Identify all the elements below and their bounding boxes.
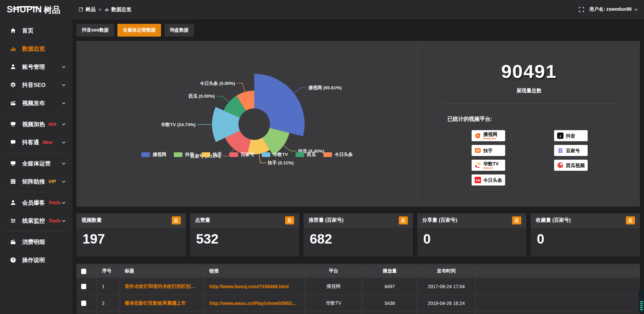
legend-item-百家号[interactable]: 百家号 xyxy=(229,152,255,158)
widget-dash xyxy=(640,303,643,304)
title-link[interactable]: 楼体投影灯投影效果震撼上市 xyxy=(125,300,186,306)
platform-logos: 播视网boosj.com快手华数TVwasu.cn头条今日头条 ♪♪♪抖音百百家… xyxy=(472,130,640,186)
pie-label: 华数TV (24.74%) xyxy=(161,122,196,127)
platform-name: 今日头条 xyxy=(483,178,502,182)
sidebar-item-matrix-boost[interactable]: 矩阵助推VIP xyxy=(0,172,72,191)
row-checkbox[interactable] xyxy=(81,301,86,306)
sidebar-item-tag: Hot xyxy=(48,121,56,127)
sidebar-item-consumption-details[interactable]: 消费明细 xyxy=(0,233,72,251)
legend-label: 播视网 xyxy=(153,152,166,158)
total-badge[interactable]: 总 xyxy=(626,216,635,224)
platform-name: 播视网 xyxy=(483,132,497,137)
platform-name: 华数TV xyxy=(483,161,499,166)
stat-card-header: 分享量 (百家号)总 xyxy=(417,213,527,227)
logo-text-cn: 树品 xyxy=(44,6,60,14)
username-label: 用户名: zswodun88 xyxy=(589,6,632,12)
tab-omnimedia-operation-data[interactable]: 全媒体运营数据 xyxy=(117,24,161,37)
sidebar-item-douketong[interactable]: 抖客通New xyxy=(0,133,72,151)
side-float-widget[interactable] xyxy=(639,291,644,313)
sidebar-item-label: 线索监控 xyxy=(22,217,45,225)
cell-time: 2018-04-26 16:24 xyxy=(418,295,475,311)
column-header-platform: 平台 xyxy=(305,265,362,277)
app-logo: SHUPIN 树品 xyxy=(0,5,72,14)
sidebar-item-operation-guide[interactable]: ?操作说明 xyxy=(0,251,72,269)
legend-item-西瓜[interactable]: 西瓜 xyxy=(296,152,316,158)
title-link[interactable]: 室外水纹灯和室内水纹灯的区别和简介 xyxy=(125,283,205,289)
fullscreen-icon[interactable] xyxy=(579,7,584,12)
summary-divider xyxy=(442,103,616,104)
stat-card-like-count: 点赞量总532 xyxy=(190,213,300,256)
videos-table-wrap: 序号标题链接平台播放量发布时间 1室外水纹灯和室内水纹灯的区别和简介http:/… xyxy=(76,264,640,314)
column-header-url: 链接 xyxy=(205,265,305,277)
legend-item-播视网[interactable]: 播视网 xyxy=(141,152,166,158)
widget-dash xyxy=(640,301,643,302)
sidebar-item-video-publish[interactable]: 视频发布 xyxy=(0,94,72,112)
stat-card-header: 收藏量 (百家号)总 xyxy=(531,213,640,227)
pie-label: 快手 (0.11%) xyxy=(267,160,293,165)
platform-name: 西瓜视频 xyxy=(566,163,585,168)
platform-badge-toutiao: 头条今日头条 xyxy=(472,174,505,186)
sidebar-item-account-management[interactable]: 账号管理 xyxy=(0,58,72,76)
baijiahao-logo: 百 xyxy=(557,147,564,154)
chevron-down-icon xyxy=(62,101,65,104)
total-badge[interactable]: 总 xyxy=(512,216,521,224)
select-all-checkbox[interactable] xyxy=(81,269,86,274)
sidebar-item-label: 操作说明 xyxy=(22,256,45,264)
legend-label: 今日头条 xyxy=(335,152,353,158)
sidebar-item-member-baoke[interactable]: 会员爆客Tools xyxy=(0,194,72,212)
legend-item-今日头条[interactable]: 今日头条 xyxy=(323,152,353,158)
user-menu[interactable]: 用户名: zswodun88 xyxy=(589,6,637,12)
total-badge[interactable]: 总 xyxy=(285,216,294,224)
stat-card-favorite-count: 收藏量 (百家号)总0 xyxy=(531,213,640,256)
pie-slice-0[interactable] xyxy=(254,74,305,136)
sidebar-item-label: 会员爆客 xyxy=(22,199,45,207)
cell-extra xyxy=(475,295,640,311)
cell-checkbox xyxy=(76,278,97,294)
url-link[interactable]: http://www.wasu.cn/Play/show/id/952… xyxy=(209,301,297,306)
sidebar-item-data-overview[interactable]: 数据总览 xyxy=(0,40,72,58)
stat-card-value: 532 xyxy=(190,227,300,256)
row-checkbox[interactable] xyxy=(81,284,86,289)
sidebar: 首页数据总览账号管理抖音SEO视频发布视频加热Hot抖客通New全媒体运营矩阵助… xyxy=(0,19,72,314)
sidebar-item-douyin-seo[interactable]: 抖音SEO xyxy=(0,76,72,94)
legend-item-抖音[interactable]: 抖音 xyxy=(174,152,194,158)
cell-index: 2 xyxy=(97,295,120,311)
platform-logos-column-left: 播视网boosj.com快手华数TVwasu.cn头条今日头条 xyxy=(472,130,505,186)
sidebar-item-lead-monitoring[interactable]: 线索监控Tools xyxy=(0,212,72,230)
chevron-down-icon xyxy=(62,140,65,144)
chart-legend: 播视网抖音快手百家号华数TV西瓜今日头条 xyxy=(76,152,418,158)
stat-card-recommend-count: 推荐量 (百家号)总682 xyxy=(304,213,413,256)
sidebar-item-label: 首页 xyxy=(22,27,34,35)
tab-douyin-seo-data[interactable]: 抖音seo数据 xyxy=(76,24,114,37)
chevron-down-icon xyxy=(634,7,638,11)
chart-icon xyxy=(10,46,17,52)
svg-text:♪: ♪ xyxy=(559,134,561,139)
legend-item-华数TV[interactable]: 华数TV xyxy=(262,152,288,158)
stat-card-video-count: 视频数量总197 xyxy=(76,213,186,256)
column-header-time: 发布时间 xyxy=(418,265,475,277)
url-link[interactable]: http://www.boosj.com/7338468.html xyxy=(209,284,289,289)
chevron-down-icon xyxy=(62,122,65,125)
rose-chart-svg: 播视网 (65.61%)抖音 (9.40%)快手 (0.11%)百家号 (0.1… xyxy=(76,41,417,207)
stat-card-title: 分享量 (百家号) xyxy=(422,217,457,223)
breadcrumb-item[interactable]: 树品 xyxy=(86,6,96,13)
cell-time: 2017-08-24 17:04 xyxy=(418,278,475,294)
stat-card-header: 视频数量总 xyxy=(76,213,186,227)
sidebar-item-video-heating[interactable]: 视频加热Hot xyxy=(0,115,72,133)
tab-inquiry-data[interactable]: 询盘数据 xyxy=(164,24,194,37)
stat-card-header: 点赞量总 xyxy=(190,213,300,227)
total-badge[interactable]: 总 xyxy=(399,216,408,224)
widget-dash xyxy=(640,305,643,306)
platform-badge-boosj: 播视网boosj.com xyxy=(472,130,505,141)
breadcrumb: 树品 > 数据总览 xyxy=(78,6,131,13)
main-content: 抖音seo数据全媒体运营数据询盘数据 播视网 (65.61%)抖音 (9.40%… xyxy=(72,19,644,314)
legend-item-快手[interactable]: 快手 xyxy=(202,152,222,158)
sidebar-item-home[interactable]: 首页 xyxy=(0,21,72,40)
pie-label: 播视网 (65.61%) xyxy=(308,85,341,90)
sidebar-item-omnimedia-operation[interactable]: 全媒体运营 xyxy=(0,154,72,172)
bar-chart-icon xyxy=(104,7,109,12)
stat-card-value: 0 xyxy=(417,227,527,256)
cell-url xyxy=(205,312,305,314)
total-badge[interactable]: 总 xyxy=(172,216,181,224)
legend-label: 西瓜 xyxy=(307,152,316,158)
